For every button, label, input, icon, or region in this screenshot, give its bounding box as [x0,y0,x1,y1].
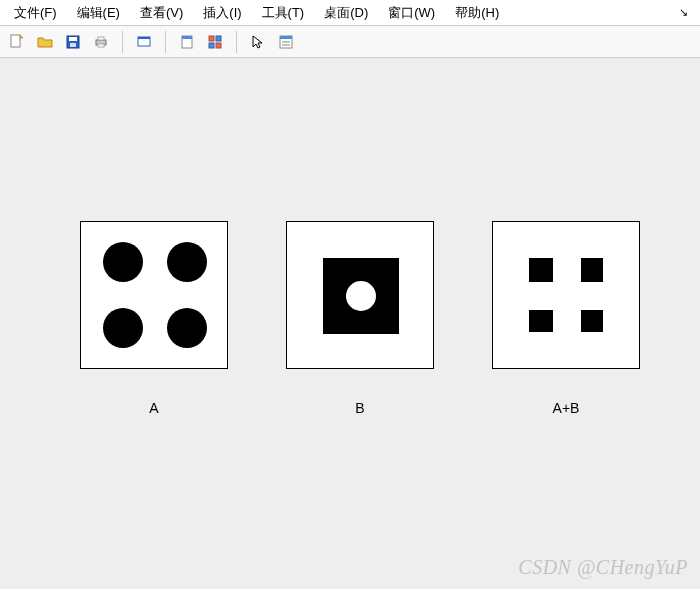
menu-window[interactable]: 窗口(W) [382,2,441,24]
circle-icon [103,308,143,348]
menu-help[interactable]: 帮助(H) [449,2,505,24]
circle-icon [103,242,143,282]
layout-grid-icon [207,34,223,50]
figure-a-caption: A [80,400,228,416]
figure-c-caption: A+B [492,400,640,416]
menu-overflow-icon[interactable]: ↘ [679,6,692,19]
save-button[interactable] [62,31,84,53]
print-icon [93,34,109,50]
circle-icon [167,308,207,348]
svg-rect-6 [98,37,104,40]
svg-rect-12 [209,36,214,41]
figure-a-wrap: A [80,221,228,416]
figure-c [492,221,640,369]
toolbar-separator [236,31,237,53]
svg-rect-15 [216,43,221,48]
svg-rect-7 [98,44,104,47]
menu-tool[interactable]: 工具(T) [256,2,311,24]
figure-c-wrap: A+B [492,221,640,416]
menu-insert[interactable]: 插入(I) [197,2,247,24]
svg-marker-16 [253,36,262,48]
svg-marker-1 [20,35,23,38]
mask [493,332,639,368]
new-file-icon [9,34,25,50]
new-file-button[interactable] [6,31,28,53]
toolbar [0,26,700,58]
folder-open-icon [37,34,53,50]
print-button[interactable] [90,31,112,53]
svg-rect-3 [69,37,77,41]
menu-edit[interactable]: 编辑(E) [71,2,126,24]
menu-file[interactable]: 文件(F) [8,2,63,24]
svg-rect-13 [216,36,221,41]
properties-button[interactable] [275,31,297,53]
cursor-icon [250,34,266,50]
workspace-canvas: A B [0,58,700,589]
pointer-tool-button[interactable] [247,31,269,53]
svg-rect-11 [182,36,192,39]
layout-grid-button[interactable] [204,31,226,53]
properties-icon [278,34,294,50]
svg-rect-0 [11,35,20,47]
mask [493,222,639,258]
preview-button[interactable] [133,31,155,53]
svg-rect-14 [209,43,214,48]
menu-desktop[interactable]: 桌面(D) [318,2,374,24]
figure-a [80,221,228,369]
figure-b-wrap: B [286,221,434,416]
figure-c-clip [493,222,639,368]
svg-rect-4 [70,43,76,47]
layout-single-button[interactable] [176,31,198,53]
preview-icon [136,34,152,50]
watermark: CSDN @CHengYuP [518,556,688,579]
circle-icon [167,242,207,282]
figure-row: A B [80,221,640,416]
toolbar-separator [122,31,123,53]
mask [529,282,605,310]
layout-single-icon [179,34,195,50]
circle-hole-icon [346,281,376,311]
menubar: 文件(F) 编辑(E) 查看(V) 插入(I) 工具(T) 桌面(D) 窗口(W… [0,0,700,26]
figure-b-caption: B [286,400,434,416]
menu-view[interactable]: 查看(V) [134,2,189,24]
toolbar-separator [165,31,166,53]
open-button[interactable] [34,31,56,53]
save-icon [65,34,81,50]
figure-b [286,221,434,369]
svg-rect-18 [280,36,292,39]
svg-rect-9 [138,37,150,39]
